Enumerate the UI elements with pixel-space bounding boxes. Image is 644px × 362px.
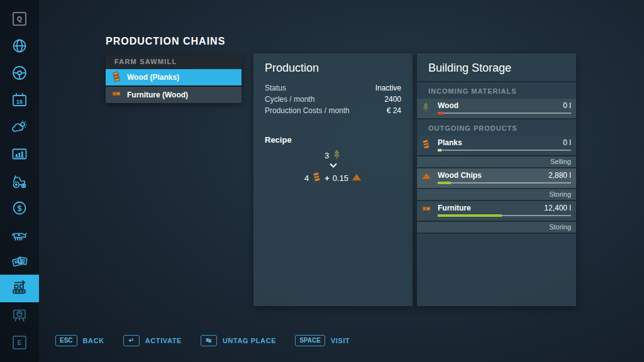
recipe-plus: + bbox=[325, 173, 330, 183]
chain-item-wood-planks[interactable]: Wood (Planks) bbox=[106, 68, 242, 85]
sidebar-item-finances[interactable]: $ bbox=[0, 199, 39, 217]
q-key-icon: Q bbox=[11, 11, 28, 27]
sidebar-item-vehicle-overview[interactable] bbox=[0, 63, 39, 82]
furniture-icon bbox=[111, 89, 121, 101]
keybind-hints: ESC BACK ↵ ACTIVATE ↹ UNTAG PLACE SPACE … bbox=[55, 335, 350, 346]
finances-icon: $ bbox=[10, 199, 29, 217]
status-row: Status Inactive bbox=[265, 82, 401, 94]
map-board-icon bbox=[10, 306, 29, 325]
hint-untag-place[interactable]: ↹ UNTAG PLACE bbox=[201, 335, 276, 346]
tractor-icon bbox=[10, 172, 29, 190]
tree-icon bbox=[332, 149, 341, 162]
esc-key-icon: ESC bbox=[55, 335, 77, 346]
fill-bar-fill bbox=[438, 182, 451, 184]
svg-text:Q: Q bbox=[17, 16, 22, 23]
sidebar-item-production-chains[interactable] bbox=[0, 275, 39, 302]
recipe-input-line: 3 bbox=[253, 148, 413, 162]
production-panel: Production Status Inactive Cycles / mont… bbox=[253, 53, 413, 306]
production-chain-list: FARM SAWMILL Wood (Planks) Furniture (Wo… bbox=[106, 55, 242, 103]
storage-row-wood-chips[interactable]: Wood Chips 2,880 l bbox=[417, 168, 576, 189]
space-key-icon: SPACE bbox=[295, 335, 325, 346]
fill-bar-track bbox=[438, 112, 571, 114]
incoming-materials-header: INCOMING MATERIALS bbox=[417, 82, 576, 99]
tree-icon bbox=[421, 102, 430, 114]
production-info: Status Inactive Cycles / month 2400 Prod… bbox=[253, 81, 413, 116]
recipe-heading: Recipe bbox=[253, 116, 413, 148]
cycles-row: Cycles / month 2400 bbox=[265, 94, 401, 105]
fill-bar bbox=[438, 214, 571, 217]
sidebar-item-multiplayer[interactable] bbox=[0, 36, 39, 55]
storage-title: Building Storage bbox=[417, 53, 576, 81]
contracts-icon bbox=[10, 253, 29, 272]
chain-item-label: Furniture (Wood) bbox=[127, 90, 188, 99]
hint-label: BACK bbox=[83, 337, 104, 344]
fill-bar bbox=[438, 111, 571, 115]
globe-icon bbox=[10, 36, 29, 55]
sidebar-item-vehicles[interactable] bbox=[0, 172, 39, 190]
storage-item-amount: 0 l bbox=[563, 138, 571, 147]
sidebar-item-search[interactable]: Q bbox=[0, 9, 39, 28]
fill-bar-track bbox=[438, 182, 571, 184]
hint-back[interactable]: ESC BACK bbox=[55, 335, 104, 346]
cycles-value: 2400 bbox=[384, 94, 401, 105]
planks-icon bbox=[312, 172, 321, 184]
outgoing-products-header: OUTGOING PRODUCTS bbox=[417, 119, 576, 136]
sidebar-item-exit[interactable]: E bbox=[0, 333, 39, 352]
sidebar-item-contracts[interactable] bbox=[0, 253, 39, 272]
hint-visit[interactable]: SPACE VISIT bbox=[295, 335, 350, 346]
planks-icon bbox=[111, 71, 121, 84]
status-value: Inactive bbox=[375, 82, 401, 94]
steering-wheel-icon bbox=[10, 63, 29, 82]
svg-text:15: 15 bbox=[16, 99, 23, 105]
planks-icon bbox=[421, 139, 431, 152]
wood-chips-icon bbox=[421, 172, 431, 183]
hint-label: VISIT bbox=[331, 337, 350, 344]
chain-item-furniture-wood[interactable]: Furniture (Wood) bbox=[106, 85, 242, 103]
hint-activate[interactable]: ↵ ACTIVATE bbox=[123, 335, 182, 346]
chain-item-label: Wood (Planks) bbox=[127, 73, 179, 82]
costs-value: € 24 bbox=[387, 105, 401, 116]
hint-label: UNTAG PLACE bbox=[223, 337, 276, 344]
enter-key-icon: ↵ bbox=[123, 335, 140, 346]
calendar-icon: 15 bbox=[10, 90, 29, 109]
wood-chips-icon bbox=[352, 173, 362, 184]
statistics-icon bbox=[10, 145, 29, 163]
hint-label: ACTIVATE bbox=[145, 337, 182, 344]
costs-label: Production Costs / month bbox=[265, 105, 350, 116]
storage-item-name: Wood Chips bbox=[438, 171, 482, 180]
fill-bar bbox=[438, 148, 571, 152]
sidebar-item-calendar[interactable]: 15 bbox=[0, 90, 39, 109]
furniture-icon bbox=[421, 204, 431, 217]
storage-row-planks[interactable]: Planks 0 l bbox=[417, 136, 576, 156]
fill-bar-fill bbox=[438, 112, 444, 114]
chevron-down-icon bbox=[253, 162, 413, 171]
status-label: Status bbox=[265, 82, 286, 94]
sidebar: Q 15 $ bbox=[0, 0, 39, 362]
production-chains-icon bbox=[9, 277, 30, 300]
storage-item-name: Planks bbox=[438, 138, 462, 147]
storage-mode-storing[interactable]: Storing bbox=[417, 222, 576, 234]
recipe-output-qty: 4 bbox=[304, 173, 309, 183]
e-key-icon: E bbox=[11, 334, 28, 351]
building-storage-panel: Building Storage INCOMING MATERIALS Wood… bbox=[417, 53, 576, 306]
storage-item-amount: 0 l bbox=[563, 101, 571, 110]
sidebar-item-weather[interactable] bbox=[0, 118, 39, 136]
storage-mode-storing[interactable]: Storing bbox=[417, 189, 576, 201]
recipe-byproduct-qty: 0.15 bbox=[333, 173, 348, 183]
fill-bar-fill bbox=[438, 214, 502, 217]
tab-key-icon: ↹ bbox=[201, 335, 217, 346]
cow-icon bbox=[10, 226, 29, 244]
recipe-output-line: 4 + 0.15 bbox=[253, 171, 413, 185]
weather-icon bbox=[10, 118, 29, 136]
chain-list-header: FARM SAWMILL bbox=[106, 55, 242, 68]
sidebar-item-animals[interactable] bbox=[0, 226, 39, 244]
sidebar-item-map[interactable] bbox=[0, 306, 39, 325]
svg-text:E: E bbox=[18, 339, 22, 346]
storage-row-wood[interactable]: Wood 0 l bbox=[417, 99, 576, 119]
sidebar-item-statistics[interactable] bbox=[0, 145, 39, 163]
fill-bar bbox=[438, 181, 571, 185]
fill-bar-track bbox=[438, 150, 571, 151]
storage-item-name: Furniture bbox=[438, 204, 471, 212]
storage-mode-selling[interactable]: Selling bbox=[417, 156, 576, 168]
storage-row-furniture[interactable]: Furniture 12,400 l bbox=[417, 201, 576, 222]
